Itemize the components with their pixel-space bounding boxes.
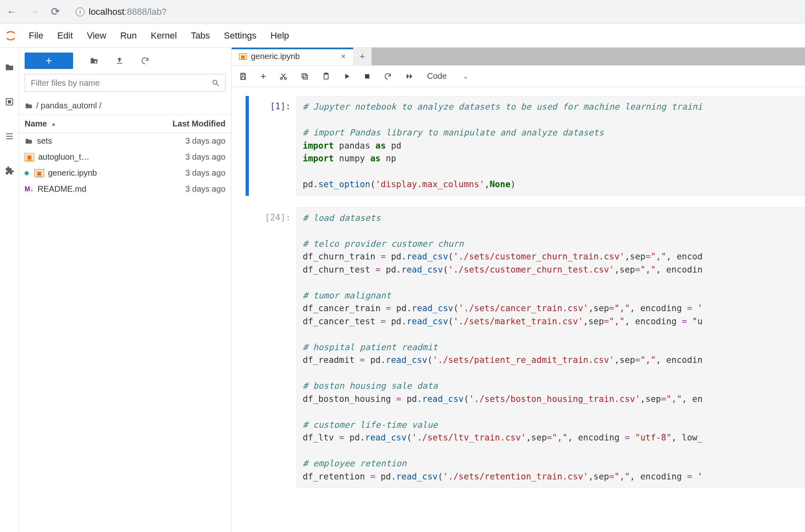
paste-icon[interactable] (322, 72, 330, 80)
toc-tab-icon[interactable] (5, 131, 14, 141)
file-name: sets (37, 136, 52, 146)
svg-line-14 (282, 73, 285, 78)
chevron-down-icon: ⌄ (463, 73, 468, 80)
cell-type-select[interactable]: Code⌄ (427, 71, 468, 81)
folder-icon (25, 102, 33, 110)
svg-line-9 (217, 84, 219, 86)
svg-rect-20 (365, 74, 370, 78)
restart-icon[interactable] (384, 72, 392, 80)
svg-rect-7 (117, 63, 122, 64)
folder-tab-icon[interactable] (5, 62, 14, 72)
copy-icon[interactable] (301, 72, 309, 80)
url-path: :8888/lab? (124, 7, 167, 17)
sort-asc-icon: ▲ (51, 121, 56, 127)
svg-rect-17 (302, 73, 306, 78)
file-modified: 3 days ago (185, 152, 225, 162)
svg-line-15 (281, 73, 285, 78)
refresh-icon[interactable] (140, 56, 150, 65)
tab-title: generic.ipynb (251, 52, 300, 61)
close-tab-icon[interactable]: × (304, 52, 346, 61)
svg-point-8 (213, 80, 217, 84)
file-row[interactable]: sets3 days ago (19, 133, 231, 149)
svg-rect-11 (242, 76, 245, 79)
upload-icon[interactable] (115, 56, 124, 65)
cell-type-label: Code (427, 71, 447, 81)
browser-toolbar: ← → ⟳ i localhost:8888/lab? (0, 0, 805, 24)
col-modified-label: Last Modified (172, 119, 225, 128)
run-icon[interactable] (343, 73, 351, 80)
code-cell[interactable]: [24]:# load datasets # telco provider cu… (246, 207, 805, 488)
code-cell[interactable]: [1]:# Jupyter notebook to analyze datase… (246, 96, 805, 196)
filter-files-input[interactable] (25, 74, 225, 92)
menu-view[interactable]: View (87, 30, 106, 41)
search-icon (212, 79, 220, 87)
forward-button[interactable]: → (27, 4, 41, 20)
back-button[interactable]: ← (5, 4, 19, 20)
cell-prompt: [24]: (251, 207, 297, 488)
breadcrumb[interactable]: / pandas_automl / (19, 97, 231, 115)
breadcrumb-path: / pandas_automl / (36, 101, 101, 110)
cell-select-bar (246, 96, 249, 196)
folder-icon (25, 137, 33, 145)
col-name-label: Name (25, 119, 47, 128)
cell-prompt: [1]: (251, 96, 297, 196)
jupyter-logo-icon[interactable] (3, 28, 18, 43)
file-modified: 3 days ago (185, 168, 225, 178)
notebook-icon: ▣ (239, 53, 247, 60)
menu-edit[interactable]: Edit (57, 30, 73, 41)
menu-run[interactable]: Run (120, 30, 137, 41)
insert-cell-icon[interactable]: + (260, 71, 266, 82)
save-icon[interactable] (239, 72, 247, 80)
notebook-icon: ▣ (34, 169, 44, 177)
cell-select-bar (246, 207, 249, 488)
notebook-cells[interactable]: [1]:# Jupyter notebook to analyze datase… (232, 87, 805, 532)
file-list-header[interactable]: Name▲ Last Modified (19, 115, 231, 133)
svg-rect-6 (94, 62, 97, 62)
menu-tabs[interactable]: Tabs (191, 30, 210, 41)
file-row[interactable]: ▣generic.ipynb3 days ago (19, 165, 231, 181)
file-row[interactable]: ▣autogluon_t…3 days ago (19, 149, 231, 165)
tab-bar: ▣ generic.ipynb × + (232, 48, 805, 66)
file-name: generic.ipynb (48, 168, 97, 178)
extensions-tab-icon[interactable] (5, 166, 14, 176)
address-bar[interactable]: i localhost:8888/lab? (70, 4, 172, 20)
file-modified: 3 days ago (185, 136, 225, 146)
file-browser: + / pandas_automl / Name▲ Last Modified … (19, 48, 232, 532)
notebook-area: ▣ generic.ipynb × + + Code⌄ [1]:# Jupyte… (232, 48, 805, 532)
svg-rect-16 (304, 75, 308, 79)
jupyter-menubar: FileEditViewRunKernelTabsSettingsHelp (0, 24, 805, 48)
cell-input[interactable]: # load datasets # telco provider custome… (297, 207, 805, 488)
run-all-icon[interactable] (405, 73, 414, 80)
svg-rect-10 (242, 73, 245, 75)
menu-kernel[interactable]: Kernel (151, 30, 177, 41)
menu-help[interactable]: Help (271, 30, 289, 41)
cell-input[interactable]: # Jupyter notebook to analyze datasets t… (297, 96, 805, 196)
reload-button[interactable]: ⟳ (49, 4, 62, 20)
info-icon: i (76, 7, 85, 16)
add-tab-button[interactable]: + (354, 48, 372, 65)
file-modified: 3 days ago (185, 184, 225, 194)
stop-icon[interactable] (364, 73, 370, 80)
new-folder-icon[interactable] (90, 56, 99, 65)
running-dot-icon (25, 171, 29, 175)
notebook-icon: ▣ (25, 153, 34, 161)
tab-generic-ipynb[interactable]: ▣ generic.ipynb × (232, 48, 354, 65)
menu-file[interactable]: File (29, 30, 43, 41)
menu-settings[interactable]: Settings (224, 30, 257, 41)
svg-rect-1 (8, 101, 11, 103)
file-name: README.md (37, 184, 86, 194)
new-launcher-button[interactable]: + (25, 53, 73, 69)
markdown-icon: M↓ (25, 186, 33, 193)
cut-icon[interactable] (279, 72, 288, 80)
activity-bar (0, 48, 19, 532)
running-tab-icon[interactable] (5, 97, 14, 107)
file-name: autogluon_t… (38, 152, 90, 162)
notebook-toolbar: + Code⌄ (232, 66, 805, 87)
file-row[interactable]: M↓README.md3 days ago (19, 181, 231, 197)
url-host: localhost (89, 7, 124, 17)
